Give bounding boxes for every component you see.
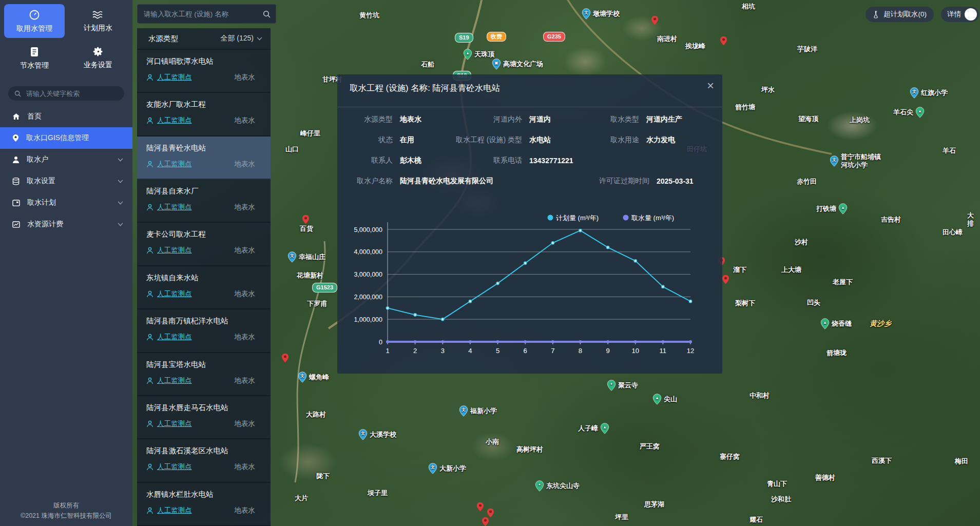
person-icon	[146, 204, 153, 211]
monitor-type-link[interactable]: 人工监测点	[157, 419, 235, 428]
station-list-item-1[interactable]: 友能水厂取水工程人工监测点地表水	[137, 93, 271, 136]
water-source-type: 地表水	[235, 116, 256, 125]
map-label-text: 相坑	[742, 3, 755, 11]
chevron-down-icon[interactable]	[118, 201, 123, 205]
building-pin-icon: ▣	[492, 59, 501, 70]
monitor-type-link[interactable]: 人工监测点	[157, 160, 235, 169]
monitor-type-link[interactable]: 人工监测点	[157, 506, 235, 515]
card-icon	[12, 200, 20, 206]
map-label-town: 大排	[967, 211, 980, 228]
detail-toggle-label: 详情	[947, 10, 961, 19]
station-list-item-3[interactable]: 陆河县自来水厂人工监测点地表水	[137, 180, 271, 223]
monitor-type-link[interactable]: 人工监测点	[157, 462, 235, 472]
monitor-type-link[interactable]: 人工监测点	[157, 116, 235, 125]
map-label-school: 文普宁市船埔镇 河坑小学	[830, 153, 881, 170]
map-label-mountain: ▲烧香缝	[820, 318, 852, 329]
field-label: 取水类型	[579, 115, 639, 124]
chevron-down-icon[interactable]	[118, 223, 123, 226]
sidebar-item-1[interactable]: 取水口GIS信息管理	[0, 127, 132, 149]
station-list-item-5[interactable]: 东坑镇自来水站人工监测点地表水	[137, 266, 271, 309]
module-tile-3[interactable]: 业务设置	[68, 41, 128, 75]
station-list-item-10[interactable]: 水唇镇水栏肚水电站人工监测点地表水	[137, 483, 271, 526]
filter-dropdown[interactable]: 全部 (125)	[220, 34, 262, 43]
copyright: 版权所有 ©2021 珠海市仁智科技有限公司	[0, 500, 132, 521]
station-list-item-8[interactable]: 陆河县水唇走马石水电站人工监测点地表水	[137, 396, 271, 439]
map-marker-red[interactable]	[281, 353, 289, 363]
detail-toggle[interactable]: 详情	[941, 7, 979, 22]
station-search-input[interactable]	[143, 10, 263, 18]
monitor-type-link[interactable]: 人工监测点	[157, 376, 235, 385]
field: 水源类型地表水	[350, 109, 421, 130]
module-tile-1[interactable]: 计划用水	[68, 4, 128, 38]
map-marker-red[interactable]	[720, 36, 727, 46]
field-label: 取水户名称	[350, 177, 393, 186]
sidebar-search-input[interactable]	[25, 89, 118, 98]
station-list-item-7[interactable]: 陆河县宝塔水电站人工监测点地表水	[137, 353, 271, 396]
module-tile-2[interactable]: 节水管理	[4, 41, 65, 75]
station-list-item-9[interactable]: 陆河县激石溪老区水电站人工监测点地表水	[137, 439, 271, 482]
search-icon[interactable]	[263, 10, 271, 18]
user-icon	[12, 156, 20, 164]
sidebar-item-4[interactable]: 取水计划	[0, 192, 132, 213]
field-value: 水电站	[529, 135, 551, 145]
map-label-school: 文螺角峰	[298, 372, 329, 383]
map-label-text: 赤竹田	[797, 178, 817, 186]
sidebar-item-2[interactable]: 取水户	[0, 149, 132, 170]
modal-field-row-1: 状态在用取水工程 (设施) 类型水电站取水用途水力发电	[337, 130, 722, 150]
svg-text:文: 文	[832, 158, 836, 163]
module-tile-0[interactable]: 取用水管理	[4, 4, 65, 38]
map-marker-red[interactable]	[482, 517, 489, 526]
over-plan-alert-button[interactable]: 超计划取水(0)	[866, 7, 934, 22]
map-label-town: 赤竹田	[797, 178, 817, 186]
station-search[interactable]	[137, 4, 276, 24]
station-list-item-2[interactable]: 陆河县青砼水电站人工监测点地表水	[137, 137, 271, 180]
map-marker-red[interactable]	[722, 275, 729, 284]
map-label-text: 石船	[421, 61, 434, 69]
field-value: 2025-03-31	[657, 177, 694, 185]
station-name: 陆河县宝塔水电站	[146, 360, 262, 369]
monitor-type-link[interactable]: 人工监测点	[157, 246, 235, 255]
modal-title: 取水工程 (设施) 名称: 陆河县青砼水电站	[337, 74, 722, 94]
temple-pin-icon: ✦	[535, 480, 544, 492]
person-icon	[146, 117, 153, 124]
map-label-town: 峰仔里	[300, 129, 320, 138]
field-value: 彭木桃	[400, 156, 421, 165]
svg-text:文: 文	[290, 254, 294, 258]
map-label-text: 老屋下	[833, 278, 853, 286]
svg-text:文: 文	[360, 431, 365, 436]
chevron-down-icon[interactable]	[118, 158, 123, 162]
map-marker-red[interactable]	[651, 15, 659, 25]
toggle-knob[interactable]	[965, 8, 977, 21]
field-value: 河道内	[529, 115, 551, 124]
monitor-type-link[interactable]: 人工监测点	[157, 203, 235, 212]
sidebar-item-label: 水资源计费	[27, 220, 110, 229]
field: 取水工程 (设施) 类型水电站	[445, 130, 551, 150]
station-name: 陆河县南万镇杞洋水电站	[146, 316, 262, 326]
map-pin-icon	[12, 134, 19, 142]
sidebar-menu: 首页取水口GIS信息管理取水户取水设置取水计划水资源计费	[0, 106, 132, 235]
map-marker-red[interactable]	[476, 502, 484, 512]
station-list-item-4[interactable]: 麦卡公司取水工程人工监测点地表水	[137, 223, 271, 266]
map-label-town: 挨垅峰	[685, 42, 705, 50]
monitor-type-link[interactable]: 人工监测点	[157, 289, 235, 299]
map-label-town: 严王窝	[640, 442, 660, 451]
close-icon[interactable]: ×	[707, 80, 714, 92]
map-label-text: 耀石	[750, 516, 763, 524]
sidebar-search[interactable]	[8, 86, 124, 101]
map-label-text: 陇下	[316, 472, 330, 480]
sidebar-item-0[interactable]: 首页	[0, 106, 132, 127]
map-label-town: 小南	[486, 438, 499, 446]
monitor-type-link[interactable]: 人工监测点	[157, 73, 235, 82]
station-list-item-6[interactable]: 陆河县南万镇杞洋水电站人工监测点地表水	[137, 309, 271, 353]
sidebar-item-5[interactable]: 水资源计费	[0, 213, 132, 235]
modal-fields: 水源类型地表水河道内外河道内取水类型河道内生产状态在用取水工程 (设施) 类型水…	[337, 109, 722, 191]
map-marker-red[interactable]	[302, 215, 310, 224]
map-label-text: 人子嶂	[578, 424, 598, 433]
sidebar-item-3[interactable]: 取水设置	[0, 170, 132, 192]
chevron-down-icon[interactable]	[118, 180, 123, 183]
search-icon	[14, 90, 21, 97]
station-list-item-0[interactable]: 河口镇唱歌潭水电站人工监测点地表水	[137, 50, 271, 93]
monitor-type-link[interactable]: 人工监测点	[157, 333, 235, 342]
module-tile-label: 计划用水	[84, 24, 112, 33]
module-tile-label: 取用水管理	[16, 24, 52, 33]
